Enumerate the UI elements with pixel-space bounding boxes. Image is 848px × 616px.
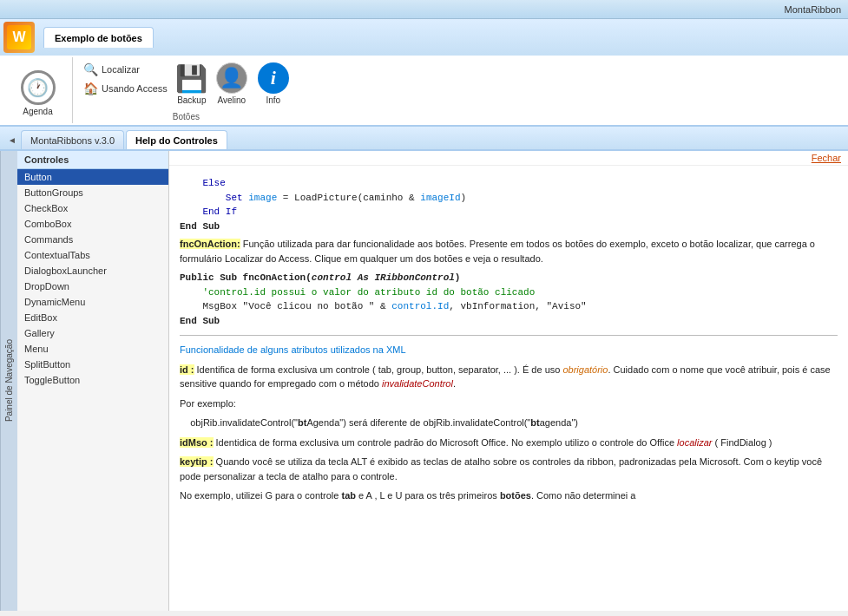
content-scroll[interactable]: Else Set image = LoadPicture(caminho & i… (169, 166, 848, 611)
avatar-face: 👤 (220, 67, 243, 89)
nav-item-combobox[interactable]: ComboBox (17, 216, 168, 232)
backup-icon: 💾 (176, 62, 207, 94)
nav-item-contextualtabs[interactable]: ContextualTabs (17, 247, 168, 263)
por-exemplo-label: Por exemplo: (180, 396, 838, 411)
id-para: id : Identifica de forma exclusiva um co… (180, 363, 838, 391)
usando-access-icon: 🏠 (83, 82, 98, 95)
app-header: W Exemplo de botões (0, 19, 848, 56)
title-bar-text: MontaRibbon (785, 4, 841, 15)
nav-item-dropdown[interactable]: DropDown (17, 279, 168, 294)
info-button[interactable]: i Info (254, 61, 293, 107)
fnconaction-para: fncOnAction: Função utilizada para dar f… (180, 237, 838, 265)
small-buttons-group: 🔍 Localizar 🏠 Usando Access (80, 61, 171, 97)
usando-access-button[interactable]: 🏠 Usando Access (80, 80, 171, 97)
main-area: Painel de Navegação Controles Button But… (0, 151, 848, 611)
nav-item-menu[interactable]: Menu (17, 341, 168, 357)
funcionalidade-title: Funcionalidade de alguns atributos utili… (180, 343, 838, 357)
content-area: Fechar Else Set image = LoadPicture(cami… (169, 151, 848, 611)
tabs-arrow[interactable]: ◄ (3, 130, 21, 149)
info-label: Info (266, 95, 280, 105)
agenda-label: Agenda (23, 107, 52, 116)
clock-icon: 🕐 (21, 70, 56, 105)
code-fnconaction: Public Sub fncOnAction(control As IRibbo… (180, 271, 838, 328)
app-logo-icon: W (7, 25, 31, 49)
avelino-label: Avelino (218, 95, 247, 105)
localizar-button[interactable]: 🔍 Localizar (80, 61, 171, 78)
nav-item-buttongroups[interactable]: ButtonGroups (17, 185, 168, 200)
divider-1 (180, 335, 838, 336)
nav-item-editbox[interactable]: EditBox (17, 310, 168, 325)
nav-item-gallery[interactable]: Gallery (17, 325, 168, 341)
ribbon-tab-exemplo[interactable]: Exemplo de botões (43, 27, 154, 48)
tab-help-controles-label: Help do Controles (135, 135, 218, 146)
nav-item-commands[interactable]: Commands (17, 232, 168, 247)
content-header: Fechar (169, 151, 848, 166)
nav-item-dynamicmenu[interactable]: DynamicMenu (17, 294, 168, 310)
usando-access-label: Usando Access (102, 83, 168, 94)
code-else-block: Else Set image = LoadPicture(caminho & i… (180, 176, 838, 233)
nav-panel-title: Controles (17, 151, 168, 169)
agenda-group-label (10, 120, 65, 123)
avelino-button[interactable]: 👤 Avelino (213, 61, 251, 107)
nav-panel: Controles Button ButtonGroups CheckBox C… (17, 151, 169, 611)
ribbon-toolbar: 🕐 Agenda 🔍 Localizar 🏠 Usando Access � (0, 56, 848, 127)
exemplo-tab-para: No exemplo, utilizei G para o controle t… (180, 488, 838, 503)
tab-montaribbons-label: MontaRibbons v.3.0 (30, 135, 115, 146)
nav-item-splitbutton[interactable]: SplitButton (17, 357, 168, 372)
keytip-para: keytip : Quando você se utiliza da tecla… (180, 455, 838, 483)
botoes-content: 🔍 Localizar 🏠 Usando Access 💾 Backup 👤 A… (80, 57, 293, 110)
example-invalidate: objRib.invalidateControl("btAgenda") ser… (180, 416, 838, 430)
backup-button[interactable]: 💾 Backup (174, 61, 209, 107)
botoes-group-label: Botões (80, 110, 293, 123)
tab-bar: Exemplo de botões (40, 27, 845, 48)
ribbon-group-agenda: 🕐 Agenda (3, 57, 73, 123)
localizar-label: Localizar (102, 64, 140, 75)
painel-navegacao-label: Painel de Navegação (0, 151, 17, 611)
avatar: 👤 (216, 62, 247, 94)
nav-item-dialogboxlauncher[interactable]: DialogboxLauncher (17, 263, 168, 279)
agenda-button[interactable]: 🕐 Agenda (17, 69, 59, 118)
tab-help-controles[interactable]: Help do Controles (126, 130, 227, 149)
title-bar: MontaRibbon (0, 0, 848, 19)
idmso-para: idMso : Identidica de forma exclusiva um… (180, 436, 838, 450)
fechar-link[interactable]: Fechar (812, 153, 841, 163)
agenda-content: 🕐 Agenda (17, 57, 59, 120)
painel-label-text: Painel de Navegação (4, 339, 14, 422)
info-icon: i (258, 62, 289, 94)
nav-item-checkbox[interactable]: CheckBox (17, 200, 168, 216)
nav-item-togglebutton[interactable]: ToggleButton (17, 372, 168, 388)
app-logo: W (3, 22, 35, 53)
backup-label: Backup (177, 95, 206, 105)
content-tabs-row: ◄ MontaRibbons v.3.0 Help do Controles (0, 127, 848, 151)
nav-item-button[interactable]: Button (17, 169, 168, 185)
tab-montaribbons[interactable]: MontaRibbons v.3.0 (21, 130, 124, 149)
ribbon-group-botoes: 🔍 Localizar 🏠 Usando Access 💾 Backup 👤 A… (73, 57, 299, 123)
localizar-icon: 🔍 (83, 62, 98, 76)
